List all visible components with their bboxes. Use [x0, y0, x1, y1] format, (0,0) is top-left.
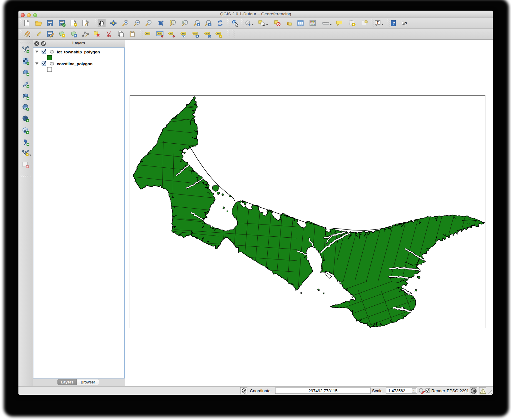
svg-text:?: ? — [393, 21, 395, 26]
svg-text:abc: abc — [158, 32, 162, 35]
svg-text:ab: ab — [170, 32, 172, 35]
svg-text:ε: ε — [287, 20, 289, 26]
svg-text:?: ? — [404, 21, 407, 26]
svg-text:abc: abc — [182, 32, 186, 35]
svg-text:abc: abc — [146, 32, 150, 35]
svg-text:1:1: 1:1 — [148, 22, 151, 23]
svg-text:abc: abc — [193, 32, 197, 35]
svg-text:abc: abc — [217, 32, 221, 35]
svg-text:T: T — [377, 21, 379, 24]
svg-text:abc: abc — [206, 32, 210, 35]
